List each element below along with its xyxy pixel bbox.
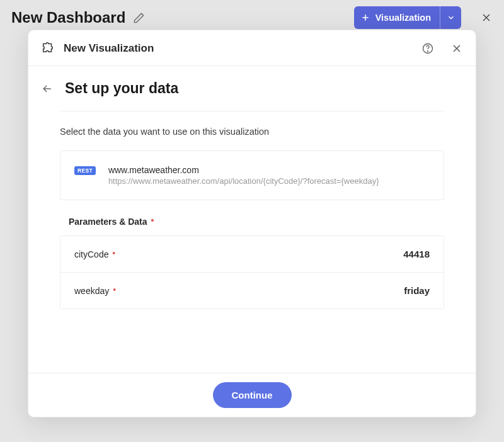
svg-point-1 [428,51,428,52]
add-visualization-button[interactable]: Visualization [354,6,461,29]
param-row[interactable]: weekday • friday [60,272,444,309]
datasource-card[interactable]: REST www.metaweather.com https://www.met… [60,150,444,200]
param-key: weekday • [74,286,116,296]
pencil-icon [133,12,145,24]
modal-body: Set up your data Select the data you wan… [28,66,476,373]
datasource-url: https://www.metaweather.com/api/location… [108,176,430,186]
step-title: Set up your data [65,80,178,97]
instruction-text: Select the data you want to use on this … [60,127,444,137]
divider [60,111,444,111]
modal-title: New Visualization [64,42,413,55]
rest-badge: REST [74,166,96,175]
page-title: New Dashboard [11,9,125,26]
edit-title-button[interactable] [133,12,145,24]
chevron-down-icon [447,13,455,22]
continue-button[interactable]: Continue [213,382,292,408]
new-visualization-modal: New Visualization Set up your data Selec… [28,30,476,417]
param-key: cityCode • [74,249,115,259]
help-icon [421,42,434,55]
param-row[interactable]: cityCode • 44418 [60,236,444,272]
back-button[interactable] [41,82,54,95]
param-value: 44418 [403,249,430,259]
param-value: friday [404,285,430,296]
modal-backdrop: New Visualization Set up your data Selec… [0,30,504,442]
close-icon [480,11,493,24]
arrow-left-icon [41,82,54,95]
puzzle-icon [41,40,55,57]
add-visualization-main[interactable]: Visualization [354,6,440,29]
datasource-host: www.metaweather.com [108,165,430,175]
required-dot-icon: • [149,215,154,225]
close-icon [450,42,463,55]
help-button[interactable] [421,42,434,55]
plus-icon [360,13,370,23]
modal-footer: Continue [28,373,476,417]
modal-header: New Visualization [28,30,476,66]
modal-close-button[interactable] [450,42,463,55]
topbar-close-button[interactable] [480,11,493,24]
required-dot-icon: • [110,285,116,295]
parameters-list: cityCode • 44418 weekday • friday [60,235,444,309]
add-visualization-label: Visualization [375,13,431,23]
parameters-section-label: Parameters & Data • [69,217,444,227]
required-dot-icon: • [110,248,115,258]
add-visualization-dropdown[interactable] [440,6,461,29]
